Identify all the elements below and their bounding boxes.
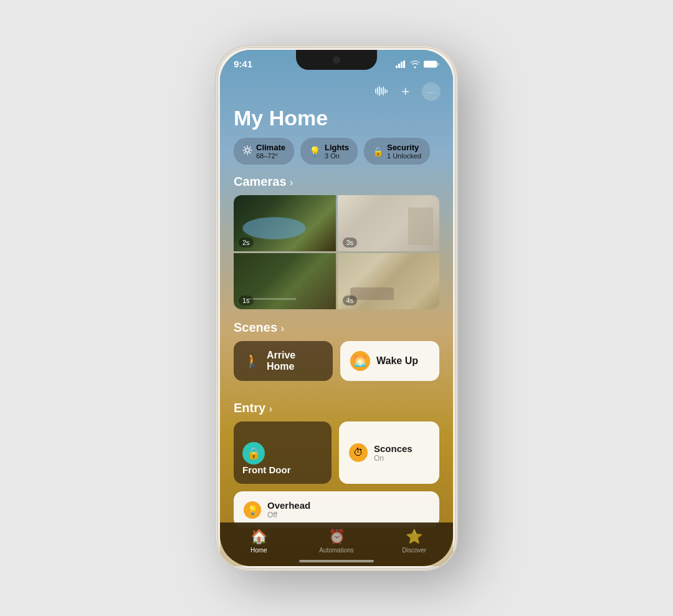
sconces-card[interactable]: ⏱ Sconces On (339, 421, 439, 484)
overhead-status: Off (267, 511, 310, 519)
discover-tab-label: Discover (402, 547, 426, 554)
sconces-info: Sconces On (374, 443, 413, 463)
svg-rect-4 (424, 61, 437, 67)
scenes-chevron: › (281, 323, 284, 334)
svg-line-21 (244, 153, 245, 153)
climate-icon (242, 145, 252, 157)
more-button[interactable]: ··· (422, 82, 441, 101)
automations-tab-icon: ⏰ (328, 529, 345, 545)
svg-rect-10 (383, 87, 384, 95)
svg-rect-3 (403, 60, 405, 68)
battery-icon (424, 60, 439, 68)
notch-camera (333, 56, 340, 64)
lights-pill[interactable]: 💡 Lights 3 On (300, 138, 358, 165)
sconces-icon: ⏱ (349, 443, 368, 462)
overhead-info: Overhead Off (267, 500, 310, 519)
add-button[interactable]: + (401, 84, 409, 100)
camera-1-label: 2s (239, 238, 254, 248)
front-door-icon: 🔒 (242, 442, 265, 464)
climate-pill-subtitle: 68–72° (256, 152, 285, 160)
svg-rect-7 (377, 87, 378, 95)
entry-chevron: › (269, 403, 272, 414)
cameras-section-header[interactable]: Cameras › (220, 175, 453, 195)
cameras-grid: 2s 3s 1s 4s (234, 195, 439, 309)
wifi-icon (410, 60, 420, 68)
arrive-home-icon: 🚶 (244, 353, 260, 369)
home-indicator (299, 560, 374, 562)
svg-rect-1 (398, 64, 400, 68)
tab-automations[interactable]: ⏰ Automations (298, 529, 376, 554)
wake-up-label: Wake Up (376, 355, 418, 367)
wake-up-scene[interactable]: 🌅 Wake Up (340, 341, 439, 381)
status-icons (396, 60, 439, 68)
svg-point-13 (246, 148, 249, 152)
climate-pill-title: Climate (256, 143, 285, 152)
camera-1[interactable]: 2s (234, 195, 336, 251)
notch (296, 50, 377, 70)
svg-line-19 (250, 153, 251, 153)
devices-row: 🔒 Front Door ⏱ Sconces On (234, 421, 439, 484)
svg-rect-2 (401, 62, 403, 68)
signal-icon (396, 60, 406, 68)
discover-tab-icon: ⭐ (406, 529, 422, 545)
security-pill-title: Security (387, 143, 421, 152)
overhead-icon: 💡 (244, 501, 261, 519)
svg-rect-11 (384, 89, 386, 94)
tab-discover[interactable]: ⭐ Discover (375, 529, 453, 554)
climate-pill[interactable]: Climate 68–72° (234, 138, 294, 165)
automations-tab-label: Automations (319, 547, 354, 554)
svg-rect-12 (386, 90, 388, 93)
sconces-name: Sconces (374, 443, 413, 454)
lights-pill-title: Lights (325, 143, 349, 152)
home-tab-label: Home (251, 547, 267, 554)
security-icon: 🔒 (373, 147, 383, 156)
scenes-section-header[interactable]: Scenes › (234, 320, 439, 341)
waveform-icon[interactable] (375, 85, 389, 99)
front-door-card[interactable]: 🔒 Front Door (234, 421, 332, 484)
svg-rect-0 (396, 65, 398, 68)
security-pill-subtitle: 1 Unlocked (387, 152, 421, 160)
svg-rect-6 (375, 89, 376, 94)
svg-rect-9 (381, 88, 382, 94)
svg-line-20 (250, 147, 251, 148)
tab-home[interactable]: 🏠 Home (220, 529, 298, 554)
wake-up-icon: 🌅 (350, 351, 370, 371)
front-door-name: Front Door (242, 464, 323, 475)
camera-2[interactable]: 3s (338, 195, 440, 251)
cameras-chevron: › (290, 177, 293, 188)
status-time: 9:41 (234, 59, 252, 69)
entry-section: Entry › 🔒 Front Door ⏱ Sconces On (220, 401, 453, 527)
top-action-bar: + ··· (220, 77, 453, 103)
lights-pill-subtitle: 3 On (325, 152, 349, 160)
scenes-row: 🚶 Arrive Home 🌅 Wake Up (234, 341, 439, 381)
camera-4[interactable]: 4s (338, 253, 440, 309)
overhead-name: Overhead (267, 500, 310, 511)
camera-2-label: 3s (343, 238, 358, 248)
camera-3-label: 1s (239, 296, 254, 306)
entry-section-header[interactable]: Entry › (234, 401, 439, 421)
category-pills: Climate 68–72° 💡 Lights 3 On 🔒 (220, 138, 453, 175)
arrive-home-scene[interactable]: 🚶 Arrive Home (234, 341, 333, 381)
camera-3[interactable]: 1s (234, 253, 336, 309)
page-title: My Home (220, 103, 453, 138)
security-pill[interactable]: 🔒 Security 1 Unlocked (364, 138, 430, 165)
camera-4-label: 4s (343, 296, 358, 306)
scenes-section: Scenes › 🚶 Arrive Home 🌅 Wake Up (220, 320, 453, 391)
lights-icon: 💡 (309, 146, 321, 157)
sconces-status: On (374, 454, 413, 463)
svg-rect-5 (437, 63, 439, 65)
svg-rect-8 (379, 86, 380, 96)
svg-line-18 (244, 147, 245, 148)
arrive-home-label: Arrive Home (267, 350, 323, 372)
home-tab-icon: 🏠 (251, 529, 267, 545)
